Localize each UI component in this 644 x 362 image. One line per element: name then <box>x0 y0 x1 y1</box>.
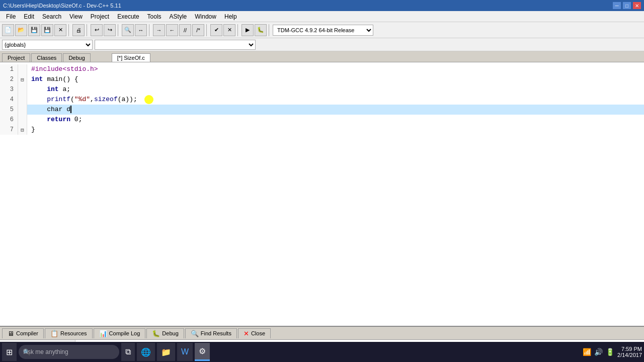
close-tab-label: Close <box>251 330 265 336</box>
resources-icon: 📋 <box>50 330 58 337</box>
bottom-tab-compiler[interactable]: 🖥 Compiler <box>2 328 44 338</box>
tab-classes[interactable]: Classes <box>31 53 62 62</box>
comment-button[interactable]: // <box>179 24 191 36</box>
close-button[interactable]: ✕ <box>633 2 641 9</box>
run-button[interactable]: ▶ <box>242 24 254 36</box>
scope-select[interactable]: {globals} <box>2 40 93 50</box>
compile-run-button[interactable]: ✕ <box>223 24 235 36</box>
new-button[interactable]: 📄 <box>2 24 14 36</box>
menu-item-help[interactable]: Help <box>220 12 241 21</box>
main-area: 1 #include<stdio.h> 2 ⊟ int main() { 3 i… <box>0 62 644 326</box>
close-bottom-icon: ✕ <box>244 330 249 337</box>
print-button[interactable]: 🖨 <box>72 24 85 36</box>
bottom-tab-close[interactable]: ✕ Close <box>238 328 271 338</box>
menu-item-execute[interactable]: Execute <box>113 12 143 21</box>
line-code-3: int a; <box>27 84 644 95</box>
separator5 <box>206 24 208 36</box>
menu-item-file[interactable]: File <box>2 12 20 21</box>
line-code-7: } <box>27 125 644 135</box>
code-line-7: 7 ⊟ } <box>0 125 644 135</box>
tabbar: Project Classes Debug [*] SizeOf.c <box>0 51 644 62</box>
redo-button[interactable]: ↪ <box>104 24 116 36</box>
bottom-tab-debug[interactable]: 🐛 Debug <box>146 328 184 338</box>
code-editor[interactable]: 1 #include<stdio.h> 2 ⊟ int main() { 3 i… <box>0 62 644 258</box>
menu-item-view[interactable]: View <box>65 12 87 21</box>
line-code-5: char d <box>27 105 644 115</box>
func-select[interactable] <box>95 40 256 50</box>
explorer-button[interactable]: 📁 <box>157 343 175 361</box>
findresults-icon: 🔍 <box>191 330 199 337</box>
titlebar-controls: ─ □ ✕ <box>613 2 641 9</box>
tab-project[interactable]: Project <box>2 53 30 62</box>
code-line-4: 4 printf("%d",sizeof(a)); <box>0 95 644 105</box>
save-all-button[interactable]: 💾 <box>41 24 53 36</box>
date: 2/14/2017 <box>617 352 642 358</box>
debug-tab-label: Debug <box>162 330 178 336</box>
uncomment-button[interactable]: /* <box>192 24 204 36</box>
start-button[interactable]: ⊞ <box>2 343 17 361</box>
separator1 <box>68 24 70 36</box>
titlebar-title: C:\Users\Hiep\Desktop\SizeOf.c - Dev-C++… <box>3 3 121 9</box>
tab-debug[interactable]: Debug <box>63 53 90 62</box>
line-code-1: #include<stdio.h> <box>27 64 644 74</box>
task-view-button[interactable]: ⧉ <box>121 343 135 361</box>
close-file-button[interactable]: ✕ <box>54 24 66 36</box>
line-number-4: 4 <box>0 95 18 105</box>
taskbar-search-input[interactable] <box>19 345 119 359</box>
indent-button[interactable]: → <box>153 24 165 36</box>
compile-button[interactable]: ✔ <box>210 24 222 36</box>
minimize-button[interactable]: ─ <box>613 2 621 9</box>
edge-button[interactable]: 🌐 <box>137 343 155 361</box>
clock: 7:59 PM 2/14/2017 <box>617 346 642 358</box>
bottom-tabbar: 🖥 Compiler 📋 Resources 📊 Compile Log 🐛 D… <box>0 327 644 340</box>
find-button[interactable]: 🔍 <box>122 24 134 36</box>
line-number-2: 2 <box>0 74 18 84</box>
gutter-6 <box>18 115 27 125</box>
maximize-button[interactable]: □ <box>623 2 631 9</box>
taskbar-right: 📶 🔊 🔋 7:59 PM 2/14/2017 <box>583 346 642 358</box>
resources-tab-label: Resources <box>60 330 87 336</box>
compilelog-tab-label: Compile Log <box>109 330 140 336</box>
separator2 <box>87 24 89 36</box>
gutter-2: ⊟ <box>18 74 27 84</box>
menu-item-edit[interactable]: Edit <box>20 12 38 21</box>
separator3 <box>118 24 120 36</box>
line-code-6: return 0; <box>27 115 644 125</box>
save-button[interactable]: 💾 <box>28 24 40 36</box>
unindent-button[interactable]: ← <box>166 24 178 36</box>
tab-sizeofc[interactable]: [*] SizeOf.c <box>112 53 150 62</box>
gutter-4 <box>18 95 27 105</box>
open-button[interactable]: 📂 <box>15 24 27 36</box>
line-number-3: 3 <box>0 84 18 95</box>
gutter-5 <box>18 105 27 115</box>
gutter-3 <box>18 84 27 95</box>
word-button[interactable]: W <box>177 343 193 361</box>
debug-tab-icon: 🐛 <box>152 330 160 337</box>
separator4 <box>149 24 151 36</box>
bottom-tab-resources[interactable]: 📋 Resources <box>45 328 93 338</box>
line-code-2: int main() { <box>27 74 644 84</box>
bottom-tab-compilelog[interactable]: 📊 Compile Log <box>94 328 146 338</box>
line-number-7: 7 <box>0 125 18 135</box>
volume-icon: 🔊 <box>594 348 603 356</box>
menu-item-tools[interactable]: Tools <box>143 12 166 21</box>
undo-button[interactable]: ↩ <box>91 24 103 36</box>
code-line-6: 6 return 0; <box>0 115 644 125</box>
titlebar: C:\Users\Hiep\Desktop\SizeOf.c - Dev-C++… <box>0 0 644 11</box>
menu-item-search[interactable]: Search <box>38 12 65 21</box>
compiler-tab-label: Compiler <box>16 330 38 336</box>
menu-item-project[interactable]: Project <box>87 12 113 21</box>
menu-item-window[interactable]: Window <box>191 12 220 21</box>
code-line-2: 2 ⊟ int main() { <box>0 74 644 84</box>
findresults-tab-label: Find Results <box>201 330 231 336</box>
code-line-3: 3 int a; <box>0 84 644 95</box>
menu-item-astyle[interactable]: AStyle <box>166 12 191 21</box>
replace-button[interactable]: ↔ <box>135 24 147 36</box>
devcpp-button[interactable]: ⚙ <box>195 343 210 361</box>
bottom-tab-findresults[interactable]: 🔍 Find Results <box>185 328 237 338</box>
taskbar: ⊞ 🔍 ⧉ 🌐 📁 W ⚙ 📶 🔊 🔋 7:59 PM 2/14/2017 <box>0 342 644 362</box>
debug-button[interactable]: 🐛 <box>255 24 267 36</box>
gutter-7: ⊟ <box>18 125 27 135</box>
compiler-select[interactable]: TDM-GCC 4.9.2 64-bit Release <box>273 25 373 36</box>
line-number-5: 5 <box>0 105 18 115</box>
